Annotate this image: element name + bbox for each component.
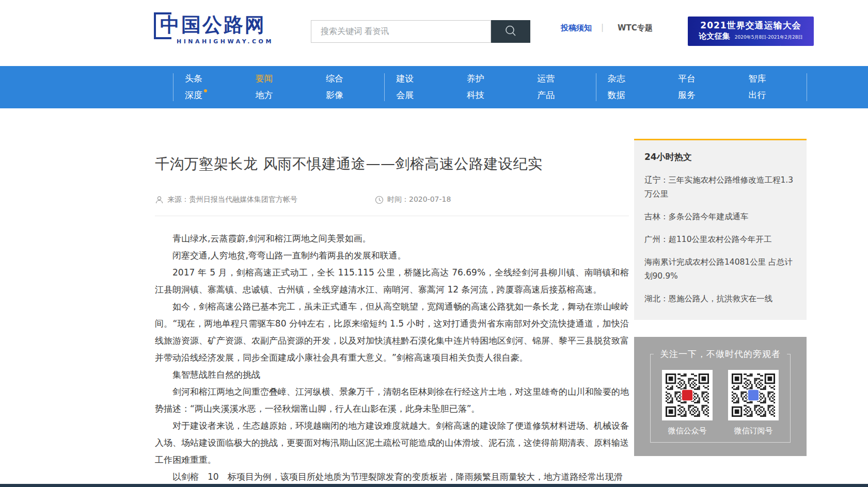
hot-article-link-1[interactable]: 吉林：多条公路今年建成通车: [644, 210, 796, 224]
nav-item-8-top[interactable]: 智库: [749, 71, 766, 86]
article-source-text: 来源：贵州日报当代融媒体集团官方帐号: [167, 195, 297, 204]
nav-column-7: 平台服务: [666, 66, 736, 108]
nav-column-4: 养护科技: [455, 66, 525, 108]
search-button[interactable]: [491, 20, 530, 43]
logo-bracket-icon: [154, 12, 171, 39]
link-submission-notice[interactable]: 投稿须知: [561, 23, 592, 33]
hot-article-link-2[interactable]: 广州：超110公里农村公路今年开工: [644, 233, 796, 247]
nav-group-divider: [384, 73, 385, 101]
wechat-follow-box: 关注一下，不做时代的旁观者 微信公众号微信订阅号: [634, 337, 807, 456]
nav-column-8: 智库出行: [737, 66, 807, 108]
nav-item-4-bottom[interactable]: 科技: [467, 88, 484, 103]
article-paragraph-4: 集智慧战胜自然的挑战: [155, 366, 629, 383]
main-nav: 头条深度要闻地方综合影像建设会展养护科技运营产品杂志数据平台服务智库出行: [0, 66, 868, 108]
link-wtc-topic[interactable]: WTC专题: [618, 23, 653, 33]
article-source: 来源：贵州日报当代融媒体集团官方帐号: [155, 195, 297, 204]
search-input[interactable]: [311, 20, 491, 43]
article-meta: 来源：贵州日报当代融媒体集团官方帐号 时间：2020-07-18: [155, 195, 629, 204]
nav-column-1: 要闻地方: [243, 66, 313, 108]
article-paragraph-0: 青山绿水,云蒸霞蔚,剑河和榕江两地之间美景如画。: [155, 230, 629, 247]
qr-code-official-account[interactable]: [662, 370, 713, 420]
nav-item-5-top[interactable]: 运营: [537, 71, 555, 86]
logo-subtitle: HINAHIGHWAY.COM: [155, 38, 274, 45]
search-icon: [503, 32, 518, 40]
wechat-follow-title: 关注一下，不做时代的旁观者: [634, 348, 807, 360]
nav-item-5-bottom[interactable]: 产品: [537, 88, 555, 103]
article-paragraph-7: 以剑榕 10 标项目为例，该项目所处地质为节理裂隙发育的变质板岩，降雨频繁且雨量…: [155, 468, 629, 485]
article: 千沟万壑架长龙 风雨不惧建通途——剑榕高速公路建设纪实 来源：贵州日报当代融媒体…: [155, 155, 629, 485]
nav-item-7-bottom[interactable]: 服务: [678, 88, 696, 103]
nav-item-0-bottom[interactable]: 深度: [185, 88, 207, 103]
search-bar: [311, 20, 530, 43]
nav-new-dot-icon: [204, 89, 207, 92]
article-paragraph-1: 闭塞交通,人穷地贫,弯弯山路一直制约着两县的发展和联通。: [155, 247, 629, 264]
logo-title: 中国公路网: [160, 13, 266, 36]
nav-column-2: 综合影像: [314, 66, 384, 108]
nav-group-divider: [596, 73, 596, 101]
wechat-follow-title-text: 关注一下，不做时代的旁观者: [654, 349, 787, 359]
person-icon: [155, 196, 164, 204]
article-time-text: 时间：2020-07-18: [387, 195, 451, 204]
nav-item-2-top[interactable]: 综合: [326, 71, 343, 86]
nav-item-7-top[interactable]: 平台: [678, 71, 696, 86]
hot-articles-title: 24小时热文: [644, 151, 796, 163]
qr-code-subscription-account[interactable]: [728, 370, 779, 420]
nav-item-6-bottom[interactable]: 数据: [608, 88, 625, 103]
nav-item-2-bottom[interactable]: 影像: [326, 88, 343, 103]
wtc-conference-banner[interactable]: 2021世界交通运输大会 论文征集 2020年5月8日-2021年2月28日: [688, 17, 814, 46]
article-paragraph-6: 对于建设者来说，生态越原始，环境越幽闭的地方建设难度就越大。剑榕高速的建设除了便…: [155, 417, 629, 468]
banner-title: 2021世界交通运输大会: [688, 20, 814, 31]
nav-item-1-top[interactable]: 要闻: [255, 71, 273, 86]
nav-column-0: 头条深度: [173, 66, 243, 108]
hot-article-link-3[interactable]: 海南累计完成农村公路14081公里 占总计划90.9%: [644, 255, 796, 283]
clock-icon: [375, 196, 384, 204]
qr-label-1: 微信订阅号: [728, 426, 779, 436]
nav-item-6-top[interactable]: 杂志: [608, 71, 625, 86]
nav-group-divider: [807, 73, 807, 101]
nav-item-0-top[interactable]: 头条: [185, 71, 202, 86]
meta-divider: [155, 216, 629, 216]
site-header: 中国公路网 HINAHIGHWAY.COM 投稿须知 | WTC专题 2021世…: [0, 0, 868, 66]
nav-item-1-bottom[interactable]: 地方: [255, 88, 273, 103]
qr-item-1: 微信订阅号: [728, 370, 779, 436]
qr-code-row: 微信公众号微信订阅号: [634, 370, 807, 436]
hot-articles-list: 辽宁：三年实施农村公路维修改造工程1.3万公里吉林：多条公路今年建成通车广州：超…: [644, 173, 796, 306]
article-paragraph-2: 2017 年 5 月，剑榕高速正式动工，全长 115.115 公里，桥隧比高达 …: [155, 264, 629, 298]
nav-item-4-top[interactable]: 养护: [467, 71, 484, 86]
article-title: 千沟万壑架长龙 风雨不惧建通途——剑榕高速公路建设纪实: [155, 155, 629, 173]
nav-column-6: 杂志数据: [596, 66, 666, 108]
hot-article-link-0[interactable]: 辽宁：三年实施农村公路维修改造工程1.3万公里: [644, 173, 796, 201]
article-paragraph-3: 如今，剑榕高速公路已基本完工，虽未正式通车，但从高空眺望，宽阔通畅的高速公路犹如…: [155, 298, 629, 366]
nav-column-5: 运营产品: [525, 66, 595, 108]
nav-item-3-top[interactable]: 建设: [396, 71, 414, 86]
nav-item-8-bottom[interactable]: 出行: [749, 88, 766, 103]
article-time: 时间：2020-07-18: [375, 195, 451, 204]
nav-column-3: 建设会展: [384, 66, 454, 108]
page: 中国公路网 HINAHIGHWAY.COM 投稿须知 | WTC专题 2021世…: [0, 0, 868, 487]
qr-item-0: 微信公众号: [662, 370, 713, 436]
hot-article-link-4[interactable]: 湖北：恩施公路人，抗洪救灾在一线: [644, 292, 796, 306]
header-link-divider: |: [601, 23, 604, 32]
logo-wordmark: 中国公路网: [155, 12, 274, 37]
hot-articles-box: 24小时热文 辽宁：三年实施农村公路维修改造工程1.3万公里吉林：多条公路今年建…: [634, 139, 807, 320]
site-logo[interactable]: 中国公路网 HINAHIGHWAY.COM: [155, 12, 274, 45]
qr-label-0: 微信公众号: [662, 426, 713, 436]
article-paragraph-5: 剑河和榕江两地之间重峦叠嶂、江河纵横、景象万千，清朝名臣林则徐在行经这片土地，对…: [155, 383, 629, 417]
footer-bar: [0, 484, 868, 487]
main-nav-inner: 头条深度要闻地方综合影像建设会展养护科技运营产品杂志数据平台服务智库出行: [173, 66, 807, 108]
article-body: 青山绿水,云蒸霞蔚,剑河和榕江两地之间美景如画。闭塞交通,人穷地贫,弯弯山路一直…: [155, 230, 629, 485]
nav-group-divider: [173, 73, 173, 101]
nav-item-3-bottom[interactable]: 会展: [396, 88, 414, 103]
